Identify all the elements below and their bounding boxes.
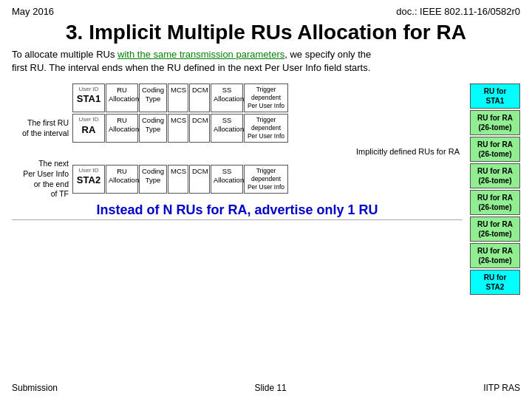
ru-ra-1: RU for RA (26-tome)	[470, 110, 520, 135]
implicit-ru-3: RU for RA (26-tome)	[470, 190, 520, 215]
diagram-area: User ID STA1 RU Allocation Coding Type M…	[12, 83, 520, 295]
header-date: May 2016	[12, 6, 54, 17]
row2-userid: User ID RA	[72, 114, 105, 143]
row2-ru-alloc: RU Allocation	[106, 114, 138, 143]
ru-column: RU for STA1 RU for RA (26-tome) RU for R…	[467, 83, 520, 295]
row3-trigger: Trigger dependent Per User Info	[244, 165, 288, 194]
row3-label: The next Per User Info or the end of TF	[12, 159, 72, 200]
subtitle-part1: To allocate multiple RUs	[12, 49, 117, 60]
implicit-label-area: Implicitly defined RUs for RA	[72, 147, 463, 156]
rows-container: User ID STA1 RU Allocation Coding Type M…	[12, 83, 463, 295]
footer-left: Submission	[12, 383, 58, 393]
row3-ru-alloc: RU Allocation	[106, 165, 138, 194]
implicit-ru-2: RU for RA (26-tome)	[470, 163, 520, 188]
row1-userid-value: STA1	[75, 93, 102, 106]
row1-ss: SS Allocation	[211, 83, 243, 112]
row1-userid-label: User ID	[75, 86, 102, 93]
row3-ss: SS Allocation	[211, 165, 243, 194]
implicit-label: Implicitly defined RUs for RA	[356, 147, 460, 156]
row3-userid-label: User ID	[75, 167, 102, 174]
row3-fields: User ID STA2 RU Allocation Coding Type M…	[72, 165, 288, 194]
row-ra: The first RU of the interval User ID RA …	[12, 114, 463, 143]
header: May 2016 doc.: IEEE 802.11-16/0582r0	[12, 6, 520, 17]
footer: Submission Slide 11 IITP RAS	[12, 383, 520, 393]
row1-userid: User ID STA1	[72, 83, 105, 112]
page-title: 3. Implicit Multiple RUs Allocation for …	[12, 20, 520, 45]
row3-coding-type: Coding Type	[139, 165, 167, 194]
row2-coding-type: Coding Type	[139, 114, 167, 143]
ru-sta2: RU for STA2	[470, 270, 520, 295]
implicit-ru-5: RU for RA (26-tome)	[470, 243, 520, 268]
subtitle-line2: first RU. The interval ends when the RU …	[12, 62, 370, 73]
row2-dcm: DCM	[189, 114, 210, 143]
row-sta2: The next Per User Info or the end of TF …	[12, 159, 463, 200]
implicit-ru-4: RU for RA (26-tome)	[470, 216, 520, 242]
row3-dcm: DCM	[189, 165, 210, 194]
row2-userid-value: RA	[75, 124, 102, 137]
row1-dcm: DCM	[189, 83, 210, 112]
row2-userid-label: User ID	[75, 116, 102, 123]
instead-text: Instead of N RUs for RA, advertise only …	[12, 202, 463, 218]
row3-userid-value: STA2	[75, 174, 102, 187]
row1-coding-type: Coding Type	[139, 83, 167, 112]
page: May 2016 doc.: IEEE 802.11-16/0582r0 3. …	[0, 0, 532, 399]
row2-ss: SS Allocation	[211, 114, 243, 143]
row1-trigger: Trigger dependent Per User Info	[244, 83, 288, 112]
subtitle-underline: with the same transmission parameters	[117, 49, 284, 60]
subtitle: To allocate multiple RUs with the same t…	[12, 48, 520, 75]
footer-divider	[12, 219, 463, 220]
row2-mcs: MCS	[168, 114, 188, 143]
row3-userid: User ID STA2	[72, 165, 105, 194]
footer-right: IITP RAS	[483, 383, 520, 393]
row-sta1: User ID STA1 RU Allocation Coding Type M…	[12, 83, 463, 112]
row3-mcs: MCS	[168, 165, 188, 194]
row1-ru-alloc: RU Allocation	[106, 83, 138, 112]
subtitle-part2: , we specify only the	[284, 49, 371, 60]
row2-fields: User ID RA RU Allocation Coding Type MCS…	[72, 114, 288, 143]
row1-fields: User ID STA1 RU Allocation Coding Type M…	[72, 83, 288, 112]
implicit-ru-1: RU for RA (26-tome)	[470, 137, 520, 162]
footer-center: Slide 11	[254, 383, 286, 393]
row1-mcs: MCS	[168, 83, 188, 112]
ru-sta1: RU for STA1	[470, 83, 520, 109]
row2-trigger: Trigger dependent Per User Info	[244, 114, 288, 143]
row2-label: The first RU of the interval	[12, 118, 72, 138]
header-doc: doc.: IEEE 802.11-16/0582r0	[396, 6, 520, 17]
